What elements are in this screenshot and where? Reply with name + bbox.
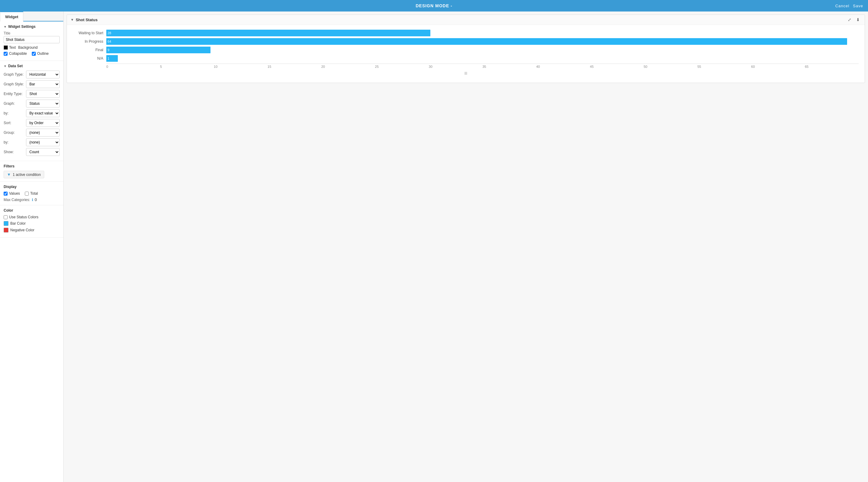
- widget-title: ▼ Shot Status: [70, 18, 97, 22]
- bar-container: 64: [106, 38, 859, 45]
- tab-widget[interactable]: Widget: [0, 11, 23, 22]
- text-color-label[interactable]: Text: [4, 45, 16, 50]
- graph-select[interactable]: Status: [26, 100, 60, 107]
- bar-color-row: Bar Color: [4, 221, 60, 226]
- bar-row: N/A 1: [73, 55, 859, 62]
- bar-container: 28: [106, 30, 859, 36]
- active-condition-label: 1 active condition: [13, 172, 41, 177]
- use-status-colors-checkbox[interactable]: [4, 215, 7, 219]
- bar-container: 9: [106, 46, 859, 53]
- bar-row: Waiting to Start 28: [73, 30, 859, 36]
- background-color-label[interactable]: Background: [18, 45, 37, 50]
- bar-color-swatch[interactable]: [4, 221, 8, 226]
- x-tick: 5: [160, 64, 214, 68]
- x-tick: 25: [375, 64, 429, 68]
- outline-checkbox[interactable]: [32, 52, 36, 56]
- by-row: by: By exact value: [4, 109, 60, 117]
- data-set-section: ▼ Data Set Graph Type: Horizontal Graph …: [0, 61, 63, 161]
- group-by-select[interactable]: (none): [26, 138, 60, 146]
- x-tick: 15: [268, 64, 321, 68]
- by-select[interactable]: By exact value: [26, 109, 60, 117]
- show-row: Show: Count: [4, 148, 60, 156]
- values-checkbox[interactable]: [4, 192, 7, 196]
- graph-row: Graph: Status: [4, 100, 60, 107]
- max-categories-value: 0: [34, 197, 37, 202]
- bar-label: In Progress: [73, 39, 106, 43]
- group-by-row: by: (none): [4, 138, 60, 146]
- bar-label: N/A: [73, 56, 106, 61]
- x-tick: 65: [805, 64, 858, 68]
- download-button[interactable]: ⬇: [855, 17, 861, 23]
- x-tick: 40: [536, 64, 590, 68]
- widget-title-text: Shot Status: [76, 18, 97, 22]
- entity-type-row: Entity Type: Shot: [4, 90, 60, 98]
- max-categories-label: Max Categories:: [4, 198, 30, 202]
- chart-area: Waiting to Start 28 In Progress 64 Final…: [67, 25, 865, 83]
- background-label: Background: [18, 45, 37, 50]
- show-select[interactable]: Count: [26, 148, 60, 156]
- app-header: DESIGN MODE - Cancel Save: [0, 0, 868, 11]
- title-input[interactable]: [4, 36, 60, 43]
- x-tick: 35: [483, 64, 536, 68]
- text-label: Text: [9, 45, 16, 50]
- collapse-arrow[interactable]: ▼: [70, 18, 74, 22]
- filter-icon: ▼: [7, 172, 11, 177]
- save-button[interactable]: Save: [853, 4, 863, 8]
- by-label: by:: [4, 111, 25, 115]
- cancel-button[interactable]: Cancel: [835, 4, 849, 8]
- widget-settings-section: ▼ Widget Settings Title Text Background: [0, 22, 63, 61]
- x-axis: 05101520253035404550556065: [106, 64, 859, 68]
- text-color-swatch[interactable]: [4, 45, 8, 50]
- bar-fill: 9: [106, 46, 211, 53]
- collapsible-label[interactable]: Collapsible: [4, 52, 27, 56]
- x-tick: 50: [644, 64, 697, 68]
- entity-type-label: Entity Type:: [4, 92, 25, 96]
- x-tick: 60: [751, 64, 805, 68]
- max-categories-row: Max Categories: ℹ 0: [4, 197, 60, 202]
- negative-color-swatch[interactable]: [4, 228, 8, 232]
- bar-label: Final: [73, 48, 106, 52]
- use-status-colors-label[interactable]: Use Status Colors: [4, 215, 38, 219]
- bar-row: Final 9: [73, 46, 859, 53]
- total-label[interactable]: Total: [25, 191, 38, 196]
- use-status-colors-row: Use Status Colors: [4, 215, 60, 219]
- expand-button[interactable]: ⤢: [846, 17, 852, 23]
- x-tick: 20: [321, 64, 375, 68]
- widget-settings-arrow: ▼: [4, 25, 7, 28]
- values-total-row: Values Total: [4, 191, 60, 196]
- collapsible-checkbox[interactable]: [4, 52, 7, 56]
- outline-label[interactable]: Outline: [32, 52, 49, 56]
- x-tick: 0: [106, 64, 160, 68]
- negative-color-row: Negative Color: [4, 228, 60, 232]
- sidebar: Widget ▼ Widget Settings Title Text Back…: [0, 11, 64, 482]
- show-label: Show:: [4, 150, 25, 154]
- data-set-header[interactable]: ▼ Data Set: [4, 64, 60, 68]
- filters-label: Filters: [4, 164, 14, 168]
- x-tick: 45: [590, 64, 644, 68]
- x-tick: 55: [698, 64, 751, 68]
- graph-type-select[interactable]: Horizontal: [26, 70, 60, 78]
- total-checkbox[interactable]: [25, 192, 29, 196]
- bar-chart: Waiting to Start 28 In Progress 64 Final…: [73, 30, 859, 76]
- group-select[interactable]: (none): [26, 129, 60, 136]
- values-label[interactable]: Values: [4, 191, 20, 196]
- display-section: Display Values Total Max Categories: ℹ 0: [0, 182, 63, 205]
- filters-section: Filters ▼ 1 active condition: [0, 161, 63, 182]
- widget-actions: ⤢ ⬇: [846, 17, 861, 23]
- graph-style-select[interactable]: Bar: [26, 80, 60, 88]
- text-bg-row: Text Background: [4, 45, 60, 50]
- widget-settings-header[interactable]: ▼ Widget Settings: [4, 25, 60, 29]
- sort-label: Sort:: [4, 121, 25, 125]
- entity-type-select[interactable]: Shot: [26, 90, 60, 98]
- title-field-row: Title: [4, 31, 60, 43]
- graph-type-row: Graph Type: Horizontal: [4, 70, 60, 78]
- graph-style-label: Graph Style:: [4, 82, 25, 86]
- color-label: Color: [4, 208, 13, 213]
- bar-color-label: Bar Color: [10, 221, 26, 226]
- sort-select[interactable]: by Order: [26, 119, 60, 127]
- sort-row: Sort: by Order: [4, 119, 60, 127]
- display-label: Display: [4, 185, 17, 189]
- active-condition-button[interactable]: ▼ 1 active condition: [4, 171, 44, 178]
- bar-fill: 28: [106, 30, 430, 36]
- chart-footer-icon: ≡: [73, 70, 859, 76]
